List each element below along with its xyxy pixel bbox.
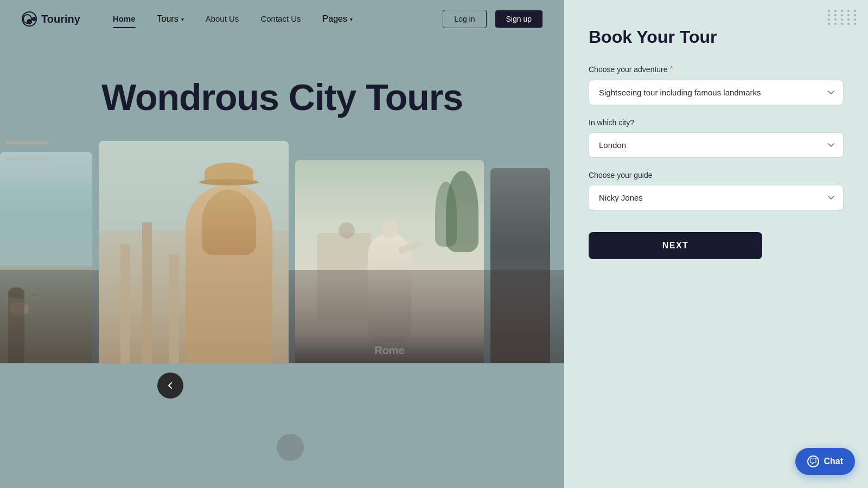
statue-head bbox=[381, 220, 398, 239]
dot-item bbox=[841, 10, 843, 12]
nav-right: Log in Sign up bbox=[443, 10, 542, 28]
chat-button[interactable]: Chat bbox=[795, 448, 855, 475]
dot-item bbox=[828, 10, 830, 12]
pages-chevron-icon: ▾ bbox=[350, 16, 353, 22]
nav-link-tours[interactable]: Tours ▾ bbox=[157, 14, 184, 24]
nav-link-about[interactable]: About Us bbox=[206, 14, 239, 23]
statue-arm bbox=[397, 240, 422, 255]
navbar: Touriny Home Tours ▾ About Us Contact Us bbox=[0, 0, 564, 38]
guide-form-group: Choose your guide Nicky Jones John Smith… bbox=[589, 171, 844, 210]
building-dome bbox=[339, 222, 355, 239]
dot-item bbox=[841, 14, 843, 16]
panel-title: Book Your Tour bbox=[589, 27, 844, 47]
main-background: Touriny Home Tours ▾ About Us Contact Us bbox=[0, 0, 564, 488]
hat-brim bbox=[199, 179, 259, 185]
required-indicator: * bbox=[669, 65, 673, 74]
nav-item-pages[interactable]: Pages ▾ bbox=[323, 14, 353, 24]
dot-item bbox=[854, 18, 856, 21]
nav-item-tours[interactable]: Tours ▾ bbox=[157, 14, 184, 24]
login-button[interactable]: Log in bbox=[443, 10, 486, 28]
dot-item bbox=[854, 14, 856, 16]
dot-item bbox=[847, 10, 850, 12]
signup-button[interactable]: Sign up bbox=[495, 10, 542, 28]
dot-item bbox=[828, 14, 830, 16]
gallery-photo-4 bbox=[490, 168, 550, 363]
dot-item bbox=[841, 23, 843, 25]
tree-2 bbox=[435, 182, 457, 247]
nav-link-home[interactable]: Home bbox=[113, 14, 136, 23]
gallery-photo-2 bbox=[99, 141, 289, 363]
nav-item-contact[interactable]: Contact Us bbox=[260, 14, 301, 24]
next-button[interactable]: NEXT bbox=[589, 232, 762, 259]
guide-label: Choose your guide bbox=[589, 171, 844, 179]
column-2 bbox=[142, 222, 152, 363]
photo-4-inner bbox=[490, 168, 550, 363]
guide-select[interactable]: Nicky Jones John Smith Maria Garcia bbox=[589, 185, 844, 210]
dot-item bbox=[834, 18, 837, 21]
message-icon bbox=[810, 458, 816, 465]
dot-item bbox=[834, 14, 837, 16]
person-silhouette bbox=[186, 184, 272, 363]
logo-text: Touriny bbox=[41, 13, 80, 25]
booking-panel: // Generate 20 dots (4x5 grid) for(let i… bbox=[564, 0, 868, 488]
nav-item-home[interactable]: Home bbox=[113, 14, 136, 24]
dot-item bbox=[834, 10, 837, 12]
logo-icon bbox=[22, 11, 37, 27]
adventure-select[interactable]: Sightseeing tour including famous landma… bbox=[589, 80, 844, 105]
chat-label: Chat bbox=[824, 457, 843, 466]
dots-pattern: // Generate 20 dots (4x5 grid) for(let i… bbox=[828, 10, 858, 25]
nav-item-about[interactable]: About Us bbox=[206, 14, 239, 24]
arrow-left-icon bbox=[166, 381, 175, 390]
hair bbox=[202, 190, 256, 255]
dot-item bbox=[828, 23, 830, 25]
column-1 bbox=[120, 244, 130, 363]
dot-item bbox=[828, 18, 830, 21]
nav-active-indicator bbox=[113, 27, 136, 29]
column-3 bbox=[169, 255, 179, 363]
dot-item bbox=[847, 18, 850, 21]
back-button[interactable] bbox=[157, 373, 183, 399]
chat-icon bbox=[807, 455, 819, 467]
photo4-overlay bbox=[490, 270, 550, 363]
adventure-form-group: Choose your adventure * Sightseeing tour… bbox=[589, 65, 844, 105]
dot-item bbox=[841, 18, 843, 21]
photo-gallery: Rome bbox=[0, 130, 564, 363]
dot-item bbox=[854, 10, 856, 12]
dot-item bbox=[847, 23, 850, 25]
nav-link-pages[interactable]: Pages ▾ bbox=[323, 14, 353, 24]
adventure-label: Choose your adventure * bbox=[589, 65, 844, 74]
slider-dot[interactable] bbox=[277, 434, 304, 461]
dot-item bbox=[854, 23, 856, 25]
tours-chevron-icon: ▾ bbox=[181, 16, 184, 22]
dot-item bbox=[847, 14, 850, 16]
hero-title: Wondrous City Tours bbox=[101, 76, 463, 118]
nav-links: Home Tours ▾ About Us Contact Us Pages ▾ bbox=[113, 14, 353, 24]
photo-2-inner bbox=[99, 141, 289, 363]
city-label: In which city? bbox=[589, 118, 844, 127]
nav-link-contact[interactable]: Contact Us bbox=[260, 14, 301, 23]
dot-item bbox=[834, 23, 837, 25]
city-select[interactable]: London Rome Paris Barcelona bbox=[589, 132, 844, 158]
logo[interactable]: Touriny bbox=[22, 11, 80, 27]
city-form-group: In which city? London Rome Paris Barcelo… bbox=[589, 118, 844, 158]
